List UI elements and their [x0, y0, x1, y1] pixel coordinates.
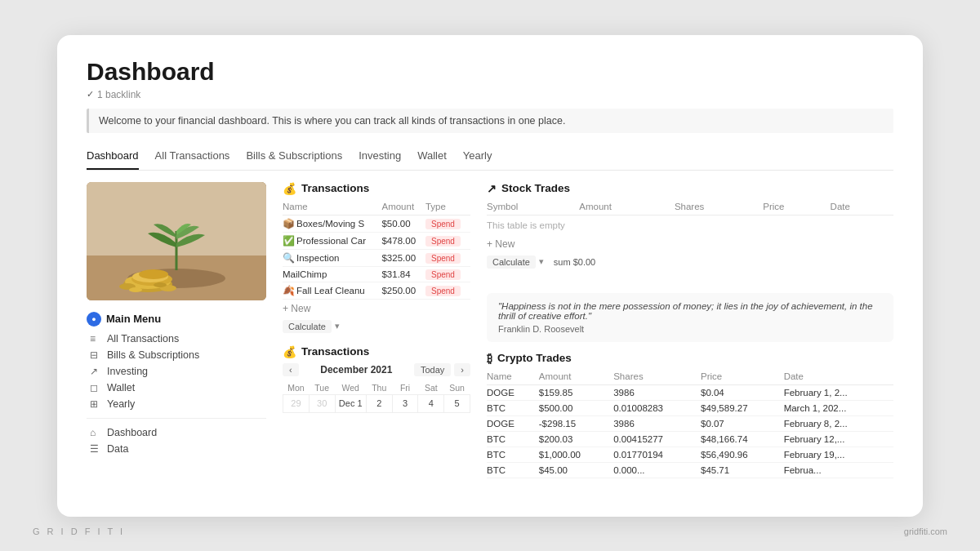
crypto-date: Februa... [784, 462, 893, 478]
crypto-shares: 0.00415277 [613, 431, 701, 447]
cal-day[interactable]: 4 [418, 394, 444, 412]
svg-point-11 [129, 287, 142, 292]
crypto-name: BTC [487, 400, 539, 415]
sidebar-item-data[interactable]: ☰ Data [87, 442, 266, 456]
crypto-shares: 0.000... [613, 462, 701, 478]
crypto-row: BTC $500.00 0.01008283 $49,589.27 March … [487, 400, 893, 415]
sidebar-item-all-transactions[interactable]: ≡ All Transactions [87, 331, 266, 346]
tab-wallet[interactable]: Wallet [417, 144, 447, 170]
cal-day[interactable]: 2 [366, 394, 392, 412]
col-amount: Amount [381, 200, 425, 216]
crypto-price: $45.71 [701, 462, 784, 478]
crypto-col-name: Name [487, 370, 539, 385]
crypto-price: $49,589.27 [701, 400, 784, 415]
stock-trades-label: Stock Trades [501, 182, 570, 194]
month-label: December 2021 [320, 364, 392, 375]
all-transactions-icon: ≡ [90, 333, 101, 344]
tx-amount: $50.00 [381, 215, 425, 232]
table-row: MailChimp $31.84 Spend [283, 266, 470, 282]
calculate-btn[interactable]: Calculate [283, 320, 332, 333]
stock-calculate-chevron: ▾ [539, 256, 544, 267]
crypto-date: March 1, 202... [784, 400, 893, 415]
calendar-grid: Mon Tue Wed Thu Fri Sat Sun 29 [283, 381, 470, 413]
wallet-icon: ◻ [90, 382, 101, 393]
today-button[interactable]: Today [414, 363, 451, 376]
calendar-header: ‹ December 2021 Today › [283, 363, 470, 376]
tab-bills-subscriptions[interactable]: Bills & Subscriptions [246, 144, 342, 170]
calendar-week: 29 30 Dec 1 2 3 4 5 [283, 394, 470, 412]
stock-col-amount: Amount [579, 200, 675, 216]
svg-point-8 [139, 269, 168, 279]
stock-table: Symbol Amount Shares Price Date [487, 200, 893, 216]
main-menu-text: Main Menu [106, 313, 161, 325]
stock-trades-title: ↗ Stock Trades [487, 182, 893, 195]
sidebar-item-bills[interactable]: ⊟ Bills & Subscriptions [87, 348, 266, 362]
calendar-next[interactable]: › [454, 363, 470, 376]
sidebar-item-yearly[interactable]: ⊞ Yearly [87, 397, 266, 411]
crypto-row: DOGE $159.85 3986 $0.04 February 1, 2... [487, 384, 893, 400]
stock-calculate-btn[interactable]: Calculate [487, 256, 536, 269]
crypto-name: BTC [487, 462, 539, 478]
transactions-table: Name Amount Type 📦Boxes/Moving S $50.00 … [283, 200, 470, 300]
tab-yearly[interactable]: Yearly [463, 144, 492, 170]
crypto-amount: $500.00 [539, 400, 613, 415]
page-title: Dashboard [87, 58, 893, 86]
cal-day[interactable]: 30 [309, 394, 335, 412]
backlink-check-icon: ✓ [87, 89, 94, 100]
investing-icon: ↗ [90, 366, 101, 377]
transactions-icon: 💰 [283, 182, 296, 195]
table-row: 🔍Inspection $325.00 Spend [283, 249, 470, 266]
tx-icon: 🔍 [283, 252, 295, 264]
nav-tabs: Dashboard All Transactions Bills & Subsc… [87, 144, 893, 171]
table-row: 📦Boxes/Moving S $50.00 Spend [283, 215, 470, 232]
crypto-shares: 3986 [613, 384, 701, 400]
tab-investing[interactable]: Investing [359, 144, 401, 170]
table-row: 🍂Fall Leaf Cleanu $250.00 Spend [283, 282, 470, 299]
tx-name: ✅Professional Car [283, 232, 381, 249]
sidebar-item-wallet[interactable]: ◻ Wallet [87, 380, 266, 395]
crypto-price: $0.04 [701, 384, 784, 400]
wallet-label: Wallet [107, 382, 135, 393]
cal-day[interactable]: Dec 1 [335, 394, 366, 412]
day-wed: Wed [335, 381, 366, 395]
crypto-price: $48,166.74 [701, 431, 784, 447]
tab-all-transactions[interactable]: All Transactions [155, 144, 230, 170]
crypto-trades-title: ₿ Crypto Trades [487, 352, 893, 365]
tab-dashboard[interactable]: Dashboard [87, 144, 139, 170]
day-sun: Sun [444, 381, 470, 395]
add-new-stock[interactable]: + New [487, 235, 893, 253]
stock-col-price: Price [763, 200, 830, 216]
calendar-tx-icon: 💰 [283, 345, 296, 358]
cal-day[interactable]: 3 [392, 394, 418, 412]
all-transactions-label: All Transactions [107, 333, 179, 344]
stock-empty-message: This table is empty [487, 216, 893, 235]
quote-text: "Happiness is not in the mere possession… [498, 301, 873, 321]
sidebar-item-dashboard[interactable]: ⌂ Dashboard [87, 425, 266, 440]
stock-col-shares: Shares [675, 200, 763, 216]
crypto-shares: 3986 [613, 415, 701, 431]
tx-type: Spend [425, 215, 470, 232]
tx-name: 🔍Inspection [283, 249, 381, 266]
crypto-row: BTC $200.03 0.00415277 $48,166.74 Februa… [487, 431, 893, 447]
sidebar-menu: ● Main Menu ≡ All Transactions ⊟ Bills &… [87, 312, 266, 456]
calculate-row: Calculate ▾ [283, 318, 470, 335]
crypto-col-shares: Shares [613, 370, 701, 385]
tx-name: 📦Boxes/Moving S [283, 215, 381, 232]
crypto-amount: $1,000.00 [539, 447, 613, 462]
crypto-date: February 19,... [784, 447, 893, 462]
data-icon: ☰ [90, 443, 101, 455]
crypto-shares: 0.01008283 [613, 400, 701, 415]
cal-day[interactable]: 29 [283, 394, 310, 412]
tx-amount: $325.00 [381, 249, 425, 266]
quote-author: Franklin D. Roosevelt [498, 324, 882, 334]
main-menu-dot: ● [87, 312, 101, 327]
calendar-prev[interactable]: ‹ [283, 363, 299, 376]
crypto-name: DOGE [487, 415, 539, 431]
cal-day[interactable]: 5 [444, 394, 470, 412]
stock-sum: sum $0.00 [554, 257, 595, 267]
middle-column: 💰 Transactions Name Amount Type [283, 182, 470, 517]
sidebar-item-investing[interactable]: ↗ Investing [87, 364, 266, 379]
add-new-tx[interactable]: + New [283, 300, 470, 318]
crypto-amount: $200.03 [539, 431, 613, 447]
backlink[interactable]: ✓ 1 backlink [87, 89, 893, 100]
